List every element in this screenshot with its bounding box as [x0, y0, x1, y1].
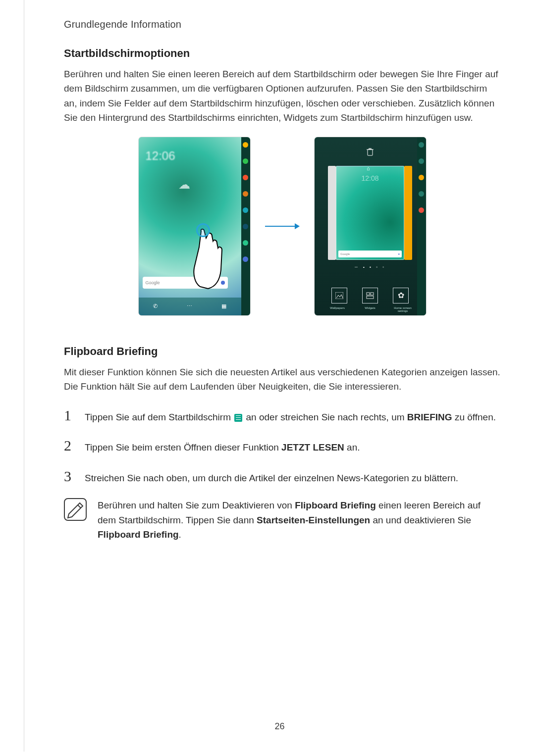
step-2: 2 Tippen Sie beim ersten Öffnen dieser F…: [64, 437, 500, 455]
overview-search: Google●: [338, 251, 402, 257]
edge-icon: [243, 191, 248, 197]
widgets-button: [362, 288, 378, 303]
wallpapers-button: [331, 288, 347, 303]
note-t1: Berühren und halten Sie zum Deaktivieren…: [98, 500, 295, 510]
svg-rect-2: [368, 150, 373, 155]
search-label: Google: [146, 280, 160, 285]
page-number: 26: [274, 721, 284, 732]
home-settings-button: ✿: [393, 288, 409, 303]
edge-icon: [243, 224, 248, 229]
step-1-text-b: an oder streichen Sie nach rechts, um: [243, 412, 407, 422]
heading-start-options: Startbildschirmoptionen: [64, 47, 500, 60]
trash-icon: [367, 148, 374, 158]
weather-icon: ☁: [178, 178, 190, 192]
edge-icon: [243, 207, 248, 213]
svg-rect-6: [367, 293, 370, 295]
svg-rect-8: [367, 296, 374, 299]
hand-illustration: [191, 227, 231, 292]
step-2-text-b: an.: [344, 442, 360, 453]
para-flipboard: Mit dieser Funktion können Sie sich die …: [64, 365, 500, 394]
overview-panel-right: [404, 166, 412, 260]
touch-ring-icon: [196, 223, 210, 237]
briefing-tile-icon: [234, 414, 242, 422]
step-1: 1 Tippen Sie auf dem Startbildschirm an …: [64, 407, 500, 425]
edge-icon: [243, 175, 248, 180]
overview-panel-briefing: [328, 166, 336, 260]
note-t3: an und deaktivieren Sie: [370, 515, 471, 525]
step-number: 3: [64, 468, 76, 485]
overview-panel-home: ⌂ 12:08 Google●: [336, 166, 404, 260]
step-number: 2: [64, 437, 76, 454]
note-t4: .: [179, 529, 181, 540]
nav-strip: ✆⋯▦: [139, 298, 241, 315]
note-b3: Flipboard Briefing: [98, 529, 179, 540]
edge-panel: [417, 137, 426, 315]
svg-line-9: [78, 505, 81, 508]
screenshot-home-overview: ⌂ 12:08 Google● ⸺ • ▪ ◦ ◦ ✿ Wallpapers W…: [315, 137, 426, 315]
para-start-options: Berühren und halten Sie einen leeren Ber…: [64, 67, 500, 125]
figure-row: 12:06 ☁ Google ✆⋯▦: [64, 137, 500, 315]
step-3-text: Streichen Sie nach oben, um durch die Ar…: [85, 471, 458, 486]
arrow-right-icon: [265, 221, 300, 231]
edge-icon: [243, 158, 248, 164]
step-1-text-c: zu öffnen.: [452, 412, 496, 422]
step-1-bold: BRIEFING: [407, 412, 452, 422]
note-block: Berühren und halten Sie zum Deaktivieren…: [64, 498, 500, 542]
step-2-text-a: Tippen Sie beim ersten Öffnen dieser Fun…: [85, 442, 281, 453]
step-number: 1: [64, 407, 76, 424]
note-b2: Startseiten-Einstellungen: [257, 515, 370, 525]
clock-text: 12:06: [146, 149, 175, 163]
section-header: Grundlegende Information: [64, 19, 500, 30]
heading-flipboard: Flipboard Briefing: [64, 345, 500, 358]
screenshot-home-longpress: 12:06 ☁ Google ✆⋯▦: [139, 137, 250, 315]
step-2-bold: JETZT LESEN: [281, 442, 344, 453]
home-icon: ⌂: [367, 165, 374, 172]
edge-icon: [243, 256, 248, 262]
step-1-text-a: Tippen Sie auf dem Startbildschirm: [85, 412, 233, 422]
overview-button-labels: Wallpapers Widgets Home screen settings: [315, 306, 426, 312]
overview-clock: 12:08: [361, 174, 378, 182]
edge-icon: [243, 142, 248, 148]
page-indicator: ⸺ • ▪ ◦ ◦: [315, 265, 426, 269]
edge-panel: [241, 137, 250, 315]
note-icon: [64, 498, 87, 521]
edge-icon: [243, 240, 248, 246]
svg-rect-7: [371, 293, 374, 295]
note-b1: Flipboard Briefing: [295, 500, 376, 510]
step-3: 3 Streichen Sie nach oben, um durch die …: [64, 468, 500, 486]
svg-marker-1: [295, 223, 300, 229]
svg-rect-4: [369, 148, 371, 149]
